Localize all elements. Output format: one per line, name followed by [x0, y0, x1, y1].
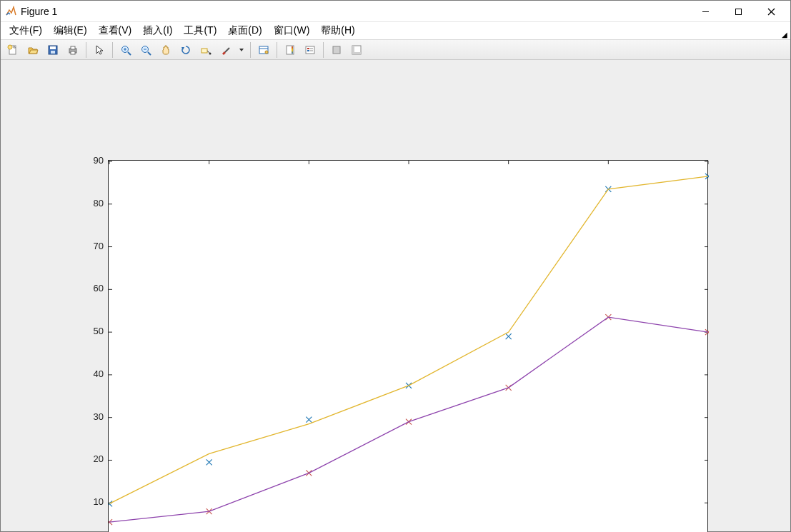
- insert-colorbar-icon[interactable]: [281, 41, 299, 59]
- svg-rect-8: [50, 46, 56, 49]
- zoom-out-icon[interactable]: [136, 41, 155, 59]
- svg-rect-9: [51, 51, 55, 54]
- y-tick-label: 70: [82, 241, 104, 251]
- hide-plot-tools-icon[interactable]: [327, 41, 346, 59]
- window-title: Figure 1: [21, 6, 689, 17]
- toolbar-separator: [86, 42, 86, 58]
- svg-rect-39: [352, 52, 361, 54]
- minimize-button[interactable]: [689, 1, 722, 22]
- brush-dropdown-icon[interactable]: [237, 41, 247, 59]
- brush-icon[interactable]: [217, 41, 235, 59]
- y-tick-label: 10: [82, 496, 104, 507]
- menu-window[interactable]: 窗口(W): [268, 23, 316, 39]
- menu-help[interactable]: 帮助(H): [315, 23, 360, 39]
- y-tick-label: 50: [82, 326, 104, 336]
- toolbar-separator: [277, 42, 277, 58]
- svg-rect-11: [71, 46, 75, 49]
- svg-point-23: [209, 52, 212, 54]
- figure-window: Figure 1 文件(F) 编辑(E) 查看(V) 插入(I) 工具(T) 桌…: [0, 0, 791, 532]
- rotate-icon[interactable]: [176, 41, 195, 59]
- menu-expander-icon[interactable]: ◢: [782, 31, 787, 39]
- svg-point-28: [265, 51, 268, 54]
- menu-bar: 文件(F) 编辑(E) 查看(V) 插入(I) 工具(T) 桌面(D) 窗口(W…: [1, 22, 790, 40]
- title-bar: Figure 1: [1, 1, 790, 22]
- axes[interactable]: [108, 160, 708, 532]
- svg-rect-1: [735, 9, 741, 14]
- series-line: [109, 176, 708, 503]
- menu-insert[interactable]: 插入(I): [137, 23, 178, 39]
- svg-marker-25: [239, 49, 244, 51]
- y-tick-label: 80: [82, 198, 104, 209]
- save-icon[interactable]: [44, 41, 62, 59]
- window-controls: [689, 1, 787, 21]
- toolbar-separator: [323, 42, 324, 58]
- insert-legend-icon[interactable]: [301, 41, 319, 59]
- y-tick-label: 60: [82, 283, 104, 293]
- toolbar-separator: [250, 42, 251, 58]
- svg-line-24: [225, 48, 229, 52]
- matlab-app-icon: [5, 6, 16, 17]
- svg-rect-31: [306, 46, 314, 54]
- menu-tools[interactable]: 工具(T): [178, 23, 222, 39]
- zoom-in-icon[interactable]: [116, 41, 135, 59]
- svg-rect-30: [292, 46, 293, 54]
- link-icon[interactable]: [254, 41, 273, 59]
- open-icon[interactable]: [24, 41, 42, 59]
- new-file-icon[interactable]: [4, 41, 22, 59]
- figure-toolbar: [1, 40, 790, 60]
- y-tick-label: 30: [82, 411, 104, 422]
- plot-svg: [109, 161, 709, 532]
- menu-view[interactable]: 查看(V): [93, 23, 138, 39]
- pointer-icon[interactable]: [90, 41, 109, 59]
- svg-rect-21: [202, 49, 207, 53]
- maximize-button[interactable]: [722, 1, 755, 22]
- svg-point-6: [8, 45, 12, 49]
- print-icon[interactable]: [64, 41, 82, 59]
- figure-canvas[interactable]: 01020304050607080901234567: [1, 60, 790, 531]
- menu-desktop[interactable]: 桌面(D): [222, 23, 267, 39]
- svg-line-14: [128, 52, 131, 55]
- svg-rect-36: [333, 46, 340, 54]
- show-plot-tools-icon[interactable]: [347, 41, 366, 59]
- series-line: [109, 317, 708, 522]
- data-cursor-icon[interactable]: [196, 41, 215, 59]
- menu-edit[interactable]: 编辑(E): [48, 23, 93, 39]
- toolbar-separator: [112, 42, 113, 58]
- close-button[interactable]: [755, 1, 787, 22]
- y-tick-label: 90: [82, 155, 104, 166]
- y-tick-label: 20: [82, 453, 104, 464]
- menu-file[interactable]: 文件(F): [4, 23, 48, 39]
- y-tick-label: 40: [82, 368, 104, 379]
- svg-line-18: [148, 52, 151, 55]
- pan-icon[interactable]: [156, 41, 175, 59]
- svg-rect-12: [71, 51, 75, 54]
